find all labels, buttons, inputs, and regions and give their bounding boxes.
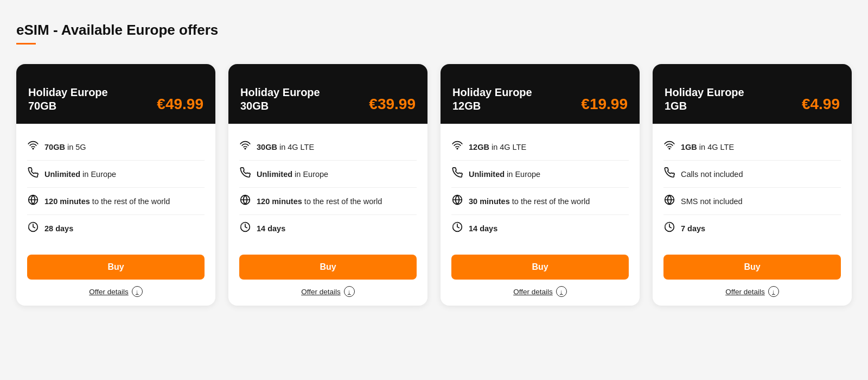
globe-icon: [451, 194, 463, 208]
card-header-4: Holiday Europe1GB €4.99: [653, 64, 852, 124]
feature-text-1-4: 28 days: [44, 224, 73, 233]
feature-text-2-1: 30GB in 4G LTE: [257, 143, 314, 151]
card-header-1: Holiday Europe70GB €49.99: [16, 64, 215, 124]
card-price-4: €4.99: [802, 96, 840, 113]
signal-icon: [451, 140, 463, 154]
feature-row-4-1: 1GB in 4G LTE: [663, 134, 841, 161]
card-footer-2: Buy Offer details ↓: [228, 247, 427, 306]
feature-text-1-2: Unlimited in Europe: [44, 170, 116, 179]
feature-text-4-2: Calls not included: [681, 170, 743, 179]
feature-text-4-3: SMS not included: [681, 197, 743, 206]
globe-icon: [27, 194, 39, 208]
offer-details-icon-3: ↓: [556, 286, 567, 297]
title-underline: [16, 43, 36, 45]
feature-text-1-1: 70GB in 5G: [44, 143, 86, 151]
card-footer-3: Buy Offer details ↓: [441, 247, 640, 306]
card-title-3: Holiday Europe12GB: [452, 86, 532, 113]
feature-row-1-2: Unlimited in Europe: [27, 161, 205, 188]
offer-details-label-1: Offer details: [89, 288, 129, 296]
globe-icon: [663, 194, 675, 208]
feature-text-3-1: 12GB in 4G LTE: [469, 143, 526, 151]
feature-row-1-4: 28 days: [27, 215, 205, 242]
feature-row-1-1: 70GB in 5G: [27, 134, 205, 161]
svg-point-8: [457, 148, 458, 149]
feature-text-2-4: 14 days: [257, 224, 285, 233]
card-header-3: Holiday Europe12GB €19.99: [441, 64, 640, 124]
plan-card-4: Holiday Europe1GB €4.99 1GB in 4G LTE Ca…: [653, 64, 852, 306]
card-title-2: Holiday Europe30GB: [240, 86, 320, 113]
card-body-1: 70GB in 5G Unlimited in Europe 120 minut…: [16, 124, 215, 247]
feature-text-4-4: 7 days: [681, 224, 705, 233]
svg-point-4: [245, 148, 246, 149]
feature-row-3-1: 12GB in 4G LTE: [451, 134, 629, 161]
card-body-3: 12GB in 4G LTE Unlimited in Europe 30 mi…: [441, 124, 640, 247]
feature-text-1-3: 120 minutes to the rest of the world: [44, 197, 170, 206]
buy-button-1[interactable]: Buy: [27, 255, 205, 280]
offer-details-icon-1: ↓: [132, 286, 143, 297]
phone-icon: [663, 167, 675, 181]
page-title: eSIM - Available Europe offers: [16, 22, 852, 39]
card-footer-1: Buy Offer details ↓: [16, 247, 215, 306]
phone-icon: [451, 167, 463, 181]
signal-icon: [239, 140, 251, 154]
offer-details-label-4: Offer details: [725, 288, 765, 296]
signal-icon: [663, 140, 675, 154]
feature-text-3-3: 30 minutes to the rest of the world: [469, 197, 590, 206]
buy-button-4[interactable]: Buy: [663, 255, 841, 280]
feature-row-4-3: SMS not included: [663, 188, 841, 215]
feature-text-3-2: Unlimited in Europe: [469, 170, 540, 179]
offer-details-icon-2: ↓: [344, 286, 355, 297]
feature-row-2-1: 30GB in 4G LTE: [239, 134, 417, 161]
signal-icon: [27, 140, 39, 154]
offer-details-icon-4: ↓: [768, 286, 779, 297]
offer-details-button-1[interactable]: Offer details ↓: [89, 286, 143, 297]
clock-icon: [239, 221, 251, 235]
plan-card-1: Holiday Europe70GB €49.99 70GB in 5G Unl…: [16, 64, 215, 306]
offer-details-button-4[interactable]: Offer details ↓: [725, 286, 779, 297]
cards-grid: Holiday Europe70GB €49.99 70GB in 5G Unl…: [16, 64, 852, 306]
svg-point-0: [33, 148, 34, 149]
card-footer-4: Buy Offer details ↓: [653, 247, 852, 306]
globe-icon: [239, 194, 251, 208]
feature-text-4-1: 1GB in 4G LTE: [681, 143, 734, 151]
card-price-1: €49.99: [157, 96, 203, 113]
feature-row-2-4: 14 days: [239, 215, 417, 242]
feature-row-1-3: 120 minutes to the rest of the world: [27, 188, 205, 215]
buy-button-2[interactable]: Buy: [239, 255, 417, 280]
phone-icon: [27, 167, 39, 181]
card-title-1: Holiday Europe70GB: [28, 86, 108, 113]
feature-row-3-4: 14 days: [451, 215, 629, 242]
card-header-2: Holiday Europe30GB €39.99: [228, 64, 427, 124]
phone-icon: [239, 167, 251, 181]
feature-row-2-3: 120 minutes to the rest of the world: [239, 188, 417, 215]
feature-text-2-3: 120 minutes to the rest of the world: [257, 197, 382, 206]
offer-details-label-3: Offer details: [513, 288, 553, 296]
plan-card-3: Holiday Europe12GB €19.99 12GB in 4G LTE…: [441, 64, 640, 306]
clock-icon: [27, 221, 39, 235]
card-body-2: 30GB in 4G LTE Unlimited in Europe 120 m…: [228, 124, 427, 247]
offer-details-button-2[interactable]: Offer details ↓: [301, 286, 355, 297]
feature-text-2-2: Unlimited in Europe: [257, 170, 328, 179]
feature-row-4-4: 7 days: [663, 215, 841, 242]
feature-row-3-2: Unlimited in Europe: [451, 161, 629, 188]
feature-row-2-2: Unlimited in Europe: [239, 161, 417, 188]
svg-point-12: [669, 148, 670, 149]
feature-row-3-3: 30 minutes to the rest of the world: [451, 188, 629, 215]
card-price-2: €39.99: [369, 96, 416, 113]
card-price-3: €19.99: [581, 96, 628, 113]
clock-icon: [663, 221, 675, 235]
clock-icon: [451, 221, 463, 235]
plan-card-2: Holiday Europe30GB €39.99 30GB in 4G LTE…: [228, 64, 427, 306]
buy-button-3[interactable]: Buy: [451, 255, 629, 280]
card-title-4: Holiday Europe1GB: [665, 86, 744, 113]
feature-text-3-4: 14 days: [469, 224, 497, 233]
offer-details-label-2: Offer details: [301, 288, 341, 296]
offer-details-button-3[interactable]: Offer details ↓: [513, 286, 567, 297]
feature-row-4-2: Calls not included: [663, 161, 841, 188]
card-body-4: 1GB in 4G LTE Calls not included SMS not…: [653, 124, 852, 247]
